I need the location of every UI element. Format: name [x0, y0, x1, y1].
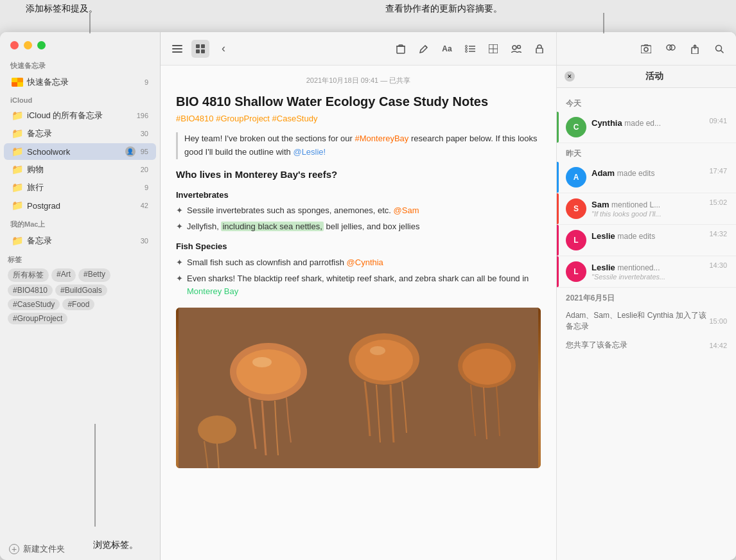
tag-bio4810[interactable]: #BIO4810 — [8, 284, 53, 296]
share-toolbar-btn[interactable] — [686, 40, 704, 58]
travel-label: 旅行 — [27, 182, 142, 193]
activity-plain-join: Adam、Sam、Leslie和 Cynthia 加入了该备忘录 15:00 — [557, 306, 736, 336]
edit-button[interactable] — [415, 40, 433, 58]
svg-rect-7 — [201, 44, 205, 48]
svg-rect-8 — [196, 49, 200, 53]
activity-text-leslie1: Leslie made edits — [591, 230, 705, 241]
note-intro-mention: @Leslie! — [293, 147, 326, 157]
sidebar-item-postgrad[interactable]: 📁 Postgrad 42 — [4, 197, 156, 214]
close-button[interactable] — [10, 41, 19, 49]
svg-point-24 — [518, 45, 521, 48]
note-intro-tag: #MontereyBay — [355, 134, 409, 143]
svg-point-32 — [462, 349, 511, 385]
svg-point-33 — [198, 416, 236, 444]
maximize-button[interactable] — [37, 41, 46, 49]
activity-text-cynthia: Cynthia made ed... — [591, 117, 705, 128]
folder-icon-schoolwork: 📁 — [12, 146, 23, 157]
leslie1-action: made edits — [617, 232, 655, 241]
icloud-notes-badge: 30 — [141, 130, 148, 137]
tag-groupproject[interactable]: #GroupProject — [8, 313, 67, 324]
activity-item-leslie1[interactable]: L Leslie made edits 14:32 — [557, 225, 736, 256]
sidebar-item-shopping[interactable]: 📁 购物 20 — [4, 161, 156, 178]
note-content[interactable]: 2021年10月18日 09:41 — 已共享 BIO 4810 Shallow… — [161, 66, 556, 560]
minimize-button[interactable] — [24, 41, 32, 49]
delete-button[interactable] — [392, 40, 410, 58]
table-button[interactable] — [484, 40, 502, 58]
search-toolbar-btn[interactable] — [710, 40, 728, 58]
activity-item-leslie2[interactable]: L Leslie mentioned... "Sessile invertebr… — [557, 256, 736, 288]
cynthia-name: Cynthia — [591, 118, 624, 128]
schoolwork-badge: 95 — [141, 148, 148, 155]
sidebar-item-mac-notes[interactable]: 📁 备忘录 30 — [4, 232, 156, 249]
avatar-leslie2: L — [566, 261, 586, 282]
activity-content[interactable]: 今天 C Cynthia made ed... 09:41 昨天 A Adam … — [557, 88, 736, 560]
activity-title: 活动 — [580, 71, 728, 82]
lock-button[interactable] — [530, 40, 548, 58]
activity-item-adam[interactable]: A Adam made edits 17:47 — [557, 162, 736, 193]
postgrad-badge: 42 — [141, 202, 148, 209]
font-button[interactable]: Aa — [438, 40, 456, 58]
adam-action: made edits — [617, 169, 655, 178]
tag-buildgoals[interactable]: #BuildGoals — [55, 284, 107, 296]
svg-point-14 — [466, 45, 468, 47]
activity-bar-cynthia — [557, 112, 559, 143]
sidebar-item-quicknotes[interactable]: 快速备忘录 9 — [4, 74, 156, 91]
tag-food[interactable]: #Food — [62, 299, 94, 310]
svg-rect-6 — [196, 44, 200, 48]
tag-all[interactable]: 所有标签 — [8, 268, 49, 282]
sidebar-item-schoolwork[interactable]: 📁 Schoolwork 👤 95 — [4, 143, 156, 160]
list-view-button[interactable] — [168, 40, 186, 58]
sam-action: mentioned L... — [611, 200, 660, 209]
join-text: Adam、Sam、Leslie和 Cynthia 加入了该备忘录 — [566, 310, 709, 332]
bullet-text-4: Even sharks! The blacktip reef shark, wh… — [187, 272, 541, 299]
folder-icon-postgrad: 📁 — [12, 200, 23, 211]
leslie2-quote: "Sessile invertebrates... — [591, 273, 705, 281]
middle-toolbar: ‹ Aa — [161, 32, 556, 66]
sidebar-item-icloud-notes[interactable]: 📁 备忘录 30 — [4, 125, 156, 142]
leslie2-name: Leslie — [591, 263, 617, 272]
icloud-section-label: iCloud — [0, 91, 160, 107]
activity-item-cynthia[interactable]: C Cynthia made ed... 09:41 — [557, 112, 736, 143]
svg-line-42 — [721, 50, 724, 53]
folder-icon-icloud-all: 📁 — [12, 110, 23, 121]
traffic-lights — [0, 32, 160, 56]
folder-icon-shopping: 📁 — [12, 164, 23, 175]
bullet-symbol-2: ✦ — [176, 220, 183, 234]
note-body: Hey team! I've broken out the sections f… — [176, 132, 541, 299]
photo-toolbar-btn[interactable] — [637, 40, 655, 58]
mac-section-label: 我的Mac上 — [0, 214, 160, 232]
activity-item-sam[interactable]: S Sam mentioned L... "If this looks good… — [557, 193, 736, 225]
quick-notes-section-label: 快速备忘录 — [0, 56, 160, 73]
folder-icon-travel: 📁 — [12, 182, 23, 193]
checklist-button[interactable] — [461, 40, 479, 58]
sidebar-item-icloud-all[interactable]: 📁 iCloud 的所有备忘录 196 — [4, 107, 156, 124]
note-image — [176, 308, 541, 468]
grid-view-button[interactable] — [191, 40, 209, 58]
svg-point-30 — [355, 340, 413, 381]
travel-badge: 9 — [145, 184, 148, 191]
tags-label: 标签 — [8, 255, 152, 265]
avatar-adam: A — [566, 167, 586, 188]
schoolwork-label: Schoolwork — [27, 147, 125, 157]
collaborate-button[interactable] — [507, 40, 525, 58]
sidebar-item-travel[interactable]: 📁 旅行 9 — [4, 179, 156, 196]
activity-close-button[interactable]: ✕ — [565, 71, 575, 82]
activity-bar-leslie2 — [557, 256, 559, 287]
activity-toolbar-btn[interactable] — [662, 40, 679, 58]
activity-bar-leslie1 — [557, 225, 559, 256]
tag-art[interactable]: #Art — [51, 268, 76, 282]
tag-casestudy[interactable]: #CaseStudy — [8, 299, 60, 310]
new-folder-button[interactable]: + 新建文件夹 — [0, 538, 160, 560]
bullet-text-1: Sessile invertebrates such as sponges, a… — [187, 204, 419, 218]
annotation-top-left: 添加标签和提及。 — [26, 3, 98, 15]
activity-bar-adam — [557, 162, 559, 193]
icloud-all-badge: 196 — [137, 112, 148, 119]
svg-rect-3 — [172, 45, 182, 46]
quicknotes-icon — [12, 76, 23, 88]
cynthia-action: made ed... — [624, 119, 661, 128]
bullet-text-3: Small fish such as clownfish and parrotf… — [187, 256, 383, 270]
bullet-text-2: Jellyfish, including black sea nettles, … — [187, 220, 419, 234]
schoolwork-user-icon: 👤 — [125, 146, 136, 157]
tag-betty[interactable]: #Betty — [78, 268, 110, 282]
back-button[interactable]: ‹ — [215, 40, 232, 58]
